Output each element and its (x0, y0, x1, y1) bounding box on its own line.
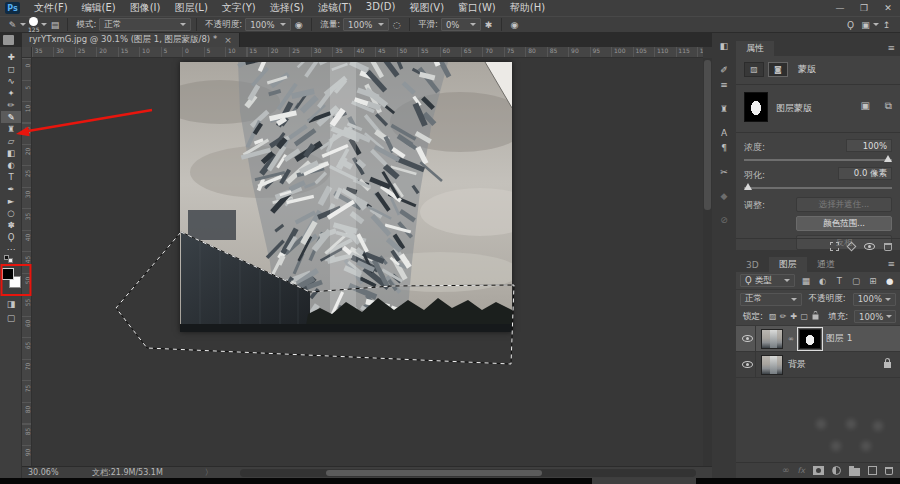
filter-type-icon[interactable]: T (833, 276, 846, 286)
tool-shape-icon[interactable]: ○ (1, 207, 21, 219)
vertical-ruler[interactable]: 051015202530354045505560657075808590 (22, 58, 32, 466)
tab-3d[interactable]: 3D (736, 257, 769, 272)
add-mask-icon[interactable] (813, 466, 824, 475)
mask-properties-icon[interactable]: ◙ (768, 62, 788, 77)
new-layer-icon[interactable] (868, 466, 877, 475)
history-snapshot-icon[interactable]: ◆ (715, 188, 733, 203)
quick-mask-icon[interactable]: ◨ (0, 299, 22, 309)
filter-toggle-icon[interactable]: ● (883, 276, 896, 286)
menu-item-1[interactable]: 编辑(E) (75, 1, 123, 15)
color-panel-icon[interactable]: ◧ (715, 38, 733, 53)
document-image[interactable] (180, 62, 512, 332)
density-value-field[interactable]: 100% (846, 139, 892, 152)
menu-item-3[interactable]: 图层(L) (167, 1, 214, 15)
vertical-scrollbar-thumb[interactable] (704, 60, 711, 210)
lock-transparent-icon[interactable]: ▨ (769, 312, 777, 321)
mask-link-icon[interactable]: ∞ (788, 335, 794, 343)
default-swatches-icon[interactable] (4, 255, 17, 264)
load-selection-icon[interactable] (830, 242, 839, 251)
blend-mode-select[interactable]: 正常 (99, 18, 191, 31)
close-button[interactable]: ✕ (876, 3, 900, 13)
brush-preset-picker[interactable]: 125 (28, 17, 39, 33)
filter-type-select[interactable]: Ϙ类型 (740, 274, 795, 287)
filter-adjustment-icon[interactable]: ◐ (816, 276, 829, 286)
layer-thumbnail[interactable] (761, 355, 783, 375)
libraries-icon[interactable]: ⊘ (715, 212, 733, 227)
layer-mask-thumbnail[interactable] (744, 92, 768, 122)
visibility-cell[interactable] (740, 326, 756, 351)
tool-marquee-icon[interactable]: ◻ (1, 63, 21, 75)
tab-layers[interactable]: 图层 (769, 257, 807, 272)
visibility-cell[interactable] (740, 352, 756, 377)
lock-all-icon[interactable] (813, 314, 819, 319)
brush-settings-icon[interactable]: ✐ (715, 62, 733, 77)
apply-mask-icon[interactable] (847, 242, 857, 252)
search-icon[interactable]: Ϙ (843, 20, 858, 30)
tool-lasso-icon[interactable]: ∿ (1, 75, 21, 87)
layer-blend-mode-select[interactable]: 正常 (740, 293, 802, 306)
tool-type-icon[interactable]: T (1, 171, 21, 183)
layer-thumbnail[interactable] (761, 329, 783, 349)
density-slider-knob[interactable] (884, 155, 892, 162)
tool-path-selection-icon[interactable]: ► (1, 195, 21, 207)
layer-style-fx-icon[interactable]: fx (797, 467, 805, 475)
menu-item-7[interactable]: 3D(D) (359, 1, 403, 15)
tool-presets-icon[interactable]: ✂ (715, 164, 733, 179)
horizontal-scrollbar-thumb[interactable] (326, 470, 542, 476)
tab-bar-button[interactable] (3, 35, 14, 45)
menu-item-2[interactable]: 图像(I) (123, 1, 168, 15)
layer-row-background[interactable]: 背景 (736, 352, 900, 378)
smoothing-gear-icon[interactable]: ✱ (481, 20, 496, 30)
feather-value-field[interactable]: 0.0 像素 (838, 167, 892, 180)
clone-source-icon[interactable]: ♜ (715, 101, 733, 116)
ps-logo-icon[interactable]: Ps (5, 2, 20, 14)
tool-brush-icon[interactable]: ✎ (1, 111, 21, 123)
brush-tool-caret-icon[interactable] (20, 23, 26, 26)
pixel-layer-icon[interactable]: ▨ (744, 62, 764, 77)
layer-row-layer-1[interactable]: ∞ 图层 1 (736, 326, 900, 352)
layer-opacity-select[interactable]: 100% (853, 293, 896, 306)
character-panel-icon[interactable]: A (715, 125, 733, 140)
eye-icon[interactable] (742, 335, 753, 342)
density-slider[interactable] (744, 159, 892, 161)
new-group-folder-icon[interactable] (849, 468, 860, 476)
tool-quick-selection-icon[interactable]: ✦ (1, 87, 21, 99)
menu-item-0[interactable]: 文件(F) (27, 1, 75, 15)
tab-close-icon[interactable]: × (224, 35, 232, 45)
pressure-opacity-icon[interactable]: ◉ (291, 20, 306, 30)
tool-eraser-icon[interactable]: ▱ (1, 135, 21, 147)
tab-properties[interactable]: 属性 (736, 41, 774, 56)
menu-item-5[interactable]: 选择(S) (263, 1, 311, 15)
menu-item-4[interactable]: 文字(Y) (215, 1, 263, 15)
filter-smart-object-icon[interactable]: ⊞ (866, 276, 879, 286)
tool-zoom-icon[interactable]: Ϙ (1, 231, 21, 243)
vertical-scrollbar[interactable] (703, 58, 712, 466)
brush-tool-icon[interactable]: ✎ (5, 20, 20, 30)
document-tab[interactable]: ryrYTxmG.jpg @ 30.1% (图层 1, 图层蒙版/8) * × (22, 33, 240, 47)
menu-item-9[interactable]: 窗口(W) (451, 1, 503, 15)
fill-select[interactable]: 100% (854, 310, 896, 323)
link-layers-icon[interactable]: ∞ (782, 466, 790, 475)
screen-mode-icon[interactable]: ▢ (0, 313, 22, 323)
horizontal-ruler[interactable]: 3530252015105051015202530354045505560657… (32, 47, 703, 58)
canvas-viewport[interactable] (32, 58, 703, 466)
status-chevron-icon[interactable]: 〉 (205, 467, 213, 478)
tool-eyedropper-icon[interactable]: ✏ (1, 99, 21, 111)
tool-gradient-icon[interactable]: ◧ (1, 147, 21, 159)
horizontal-scrollbar[interactable] (240, 469, 696, 477)
minimize-button[interactable]: — (828, 3, 852, 13)
lock-artboard-icon[interactable]: ▢ (801, 312, 809, 321)
delete-layer-trash-icon[interactable] (885, 467, 893, 475)
layer-name[interactable]: 背景 (788, 358, 806, 371)
tool-move-icon[interactable]: ✚ (1, 51, 21, 63)
restore-button[interactable]: ❐ (852, 3, 876, 13)
brush-presets-icon[interactable]: ≡ (715, 77, 733, 92)
tool-dodge-icon[interactable]: ◐ (1, 159, 21, 171)
pressure-size-icon[interactable]: ◉ (507, 20, 522, 30)
tab-channels[interactable]: 通道 (807, 257, 845, 272)
adjustment-layer-icon[interactable] (832, 466, 841, 475)
panel-menu-icon[interactable]: ≡ (887, 43, 895, 53)
tool-pen-icon[interactable]: ✒ (1, 183, 21, 195)
airbrush-icon[interactable]: ◌ (389, 20, 404, 30)
menu-item-6[interactable]: 滤镜(T) (311, 1, 359, 15)
